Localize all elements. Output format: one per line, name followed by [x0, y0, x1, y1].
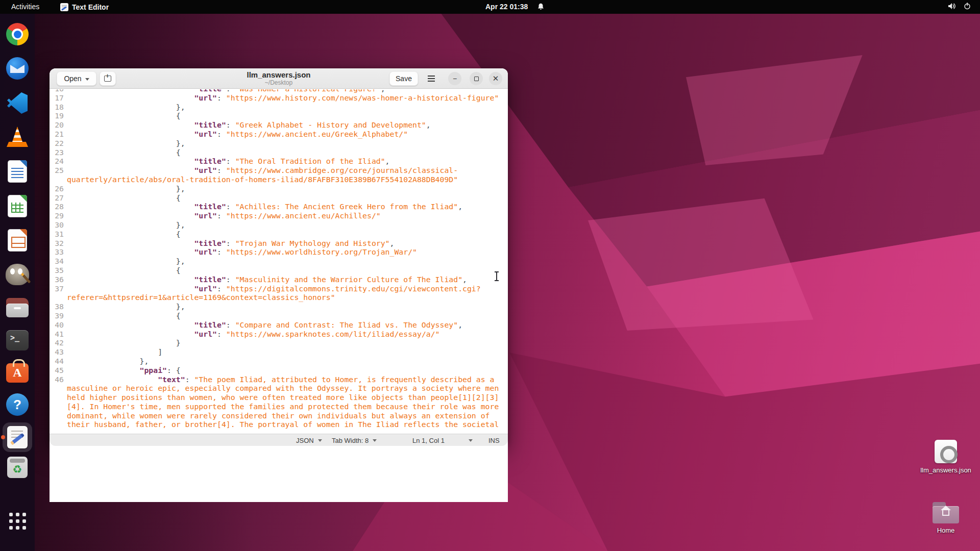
- dock-thunderbird-icon[interactable]: [5, 56, 30, 81]
- dock-trash-icon[interactable]: [5, 455, 30, 480]
- tab-width-label: Tab Width: 8: [332, 437, 369, 444]
- code-line-wrap[interactable]: their husband, father, or brother[4]. Th…: [50, 420, 508, 429]
- code-line[interactable]: 29 "url": "https://www.ancient.eu/Achill…: [50, 211, 508, 220]
- maximize-button[interactable]: [470, 72, 483, 85]
- desktop-folder-label: Home: [915, 527, 976, 534]
- code-line[interactable]: 30 },: [50, 220, 508, 230]
- desktop-screen: Activities Text Editor Apr 22 01:38 Open: [0, 0, 980, 551]
- line-number: 31: [51, 230, 64, 239]
- code-line[interactable]: 46 "text": "The poem Iliad, attributed t…: [50, 375, 508, 384]
- code-line[interactable]: 22 },: [50, 139, 508, 148]
- window-titlebar[interactable]: Open llm_answers.json ~/Desktop Save − ✕: [50, 68, 508, 89]
- dock-libreoffice-writer-icon[interactable]: [5, 159, 30, 184]
- notification-bell-icon[interactable]: [537, 3, 544, 12]
- code-line[interactable]: 45 "ppai": {: [50, 366, 508, 375]
- code-line-wrap[interactable]: [4]. In Homer's time, men supported the …: [50, 402, 508, 411]
- main-menu-button[interactable]: [425, 72, 438, 85]
- text-editor-icon: [60, 3, 68, 11]
- code-text: "text": "The poem Iliad, attributed to H…: [64, 375, 494, 384]
- dock-files-icon[interactable]: [5, 295, 30, 320]
- desktop-folder-home[interactable]: Home: [915, 502, 976, 534]
- code-text: },: [64, 357, 149, 366]
- minimize-button[interactable]: −: [448, 72, 461, 85]
- code-line[interactable]: 23 {: [50, 148, 508, 157]
- volume-icon: [948, 3, 957, 11]
- code-line[interactable]: 18 },: [50, 103, 508, 112]
- input-mode-indicator[interactable]: INS: [488, 434, 500, 446]
- chevron-down-icon: [85, 78, 89, 81]
- dock-ubuntu-software-icon[interactable]: [5, 359, 30, 384]
- code-line[interactable]: 39 {: [50, 311, 508, 320]
- dock-show-applications-icon[interactable]: [5, 508, 30, 534]
- code-line[interactable]: 20 "title": "Greek Alphabet - History an…: [50, 120, 508, 130]
- ubuntu-software-icon: [6, 363, 29, 383]
- dock-vscode-icon[interactable]: [5, 90, 30, 116]
- code-text: }: [64, 338, 181, 347]
- language-selector[interactable]: JSON: [296, 434, 322, 446]
- code-line[interactable]: 28 "title": "Achilles: The Ancient Greek…: [50, 202, 508, 211]
- dock-chrome-icon[interactable]: [5, 21, 30, 47]
- code-line[interactable]: 16 "title": "Was Homer a Historical Figu…: [50, 89, 508, 93]
- dock-help-icon[interactable]: [5, 392, 30, 417]
- system-tray[interactable]: [948, 0, 971, 14]
- dock-vlc-icon[interactable]: [5, 124, 30, 149]
- desktop-file-llm-answers[interactable]: llm_answers.json: [915, 440, 976, 474]
- close-button[interactable]: ✕: [489, 72, 502, 85]
- code-line[interactable]: 43 ]: [50, 347, 508, 357]
- code-text: },: [64, 103, 185, 112]
- code-line[interactable]: 26 },: [50, 184, 508, 193]
- code-line[interactable]: 42 }: [50, 338, 508, 347]
- code-line[interactable]: 27 {: [50, 193, 508, 203]
- code-line[interactable]: 35 {: [50, 266, 508, 275]
- activities-button[interactable]: Activities: [8, 0, 42, 14]
- open-button[interactable]: Open: [57, 71, 96, 86]
- code-line-wrap[interactable]: dominant, while women were rarely consid…: [50, 411, 508, 420]
- line-number: [51, 393, 64, 402]
- line-number: 22: [51, 139, 64, 148]
- code-text: ]: [64, 347, 162, 357]
- clock[interactable]: Apr 22 01:38: [485, 0, 528, 14]
- code-line-wrap[interactable]: referer=&httpsredir=1&article=1169&conte…: [50, 293, 508, 302]
- save-button[interactable]: Save: [389, 71, 418, 86]
- cursor-position-label: Ln 1, Col 1: [412, 437, 445, 444]
- trash-icon: [7, 457, 28, 478]
- line-number: 26: [51, 184, 64, 193]
- code-line[interactable]: 21 "url": "https://www.ancient.eu/Greek_…: [50, 130, 508, 139]
- line-number: 24: [51, 157, 64, 166]
- code-text: "title": "Trojan War Mythology and Histo…: [64, 239, 394, 248]
- code-line[interactable]: 17 "url": "https://www.history.com/news/…: [50, 93, 508, 103]
- code-line-wrap[interactable]: quarterly/article/abs/oral-tradition-of-…: [50, 175, 508, 184]
- dock-gimp-icon[interactable]: [5, 262, 30, 287]
- code-line[interactable]: 41 "url": "https://www.sparknotes.com/li…: [50, 330, 508, 339]
- dock-libreoffice-impress-icon[interactable]: [5, 228, 30, 253]
- new-tab-button[interactable]: [100, 71, 116, 86]
- code-line[interactable]: 44 },: [50, 357, 508, 366]
- code-line[interactable]: 36 "title": "Masculinity and the Warrior…: [50, 275, 508, 284]
- code-line[interactable]: 38 },: [50, 302, 508, 311]
- dock-text-editor-icon[interactable]: [5, 424, 30, 450]
- line-number: 29: [51, 211, 64, 220]
- code-line[interactable]: 31 {: [50, 230, 508, 239]
- focused-app-menu[interactable]: Text Editor: [60, 0, 109, 14]
- line-number: 43: [51, 347, 64, 357]
- code-line[interactable]: 37 "url": "https://digitalcommons.trinit…: [50, 284, 508, 293]
- dock-libreoffice-calc-icon[interactable]: [5, 193, 30, 219]
- code-line[interactable]: 25 "url": "https://www.cambridge.org/cor…: [50, 166, 508, 175]
- code-text: {: [64, 230, 181, 239]
- cursor-position-selector[interactable]: Ln 1, Col 1: [412, 434, 473, 446]
- code-line-wrap[interactable]: held higher positions than women, who we…: [50, 393, 508, 402]
- code-line[interactable]: 34 },: [50, 257, 508, 266]
- tab-width-selector[interactable]: Tab Width: 8: [332, 434, 377, 446]
- code-line[interactable]: 40 "title": "Compare and Contrast: The I…: [50, 320, 508, 330]
- code-line[interactable]: 19 {: [50, 111, 508, 120]
- code-line[interactable]: 24 "title": "The Oral Tradition of the I…: [50, 157, 508, 166]
- code-text: "url": "https://www.cambridge.org/core/j…: [64, 166, 458, 175]
- code-line[interactable]: 33 "url": "https://www.worldhistory.org/…: [50, 247, 508, 257]
- dock-terminal-icon[interactable]: [5, 328, 30, 353]
- code-text: },: [64, 302, 185, 311]
- code-text: held higher positions than women, who we…: [64, 393, 499, 402]
- window-title: llm_answers.json: [50, 70, 508, 79]
- code-line[interactable]: 32 "title": "Trojan War Mythology and Hi…: [50, 239, 508, 248]
- code-line-wrap[interactable]: masculine or heroic epic, especially com…: [50, 384, 508, 393]
- code-text: },: [64, 184, 185, 193]
